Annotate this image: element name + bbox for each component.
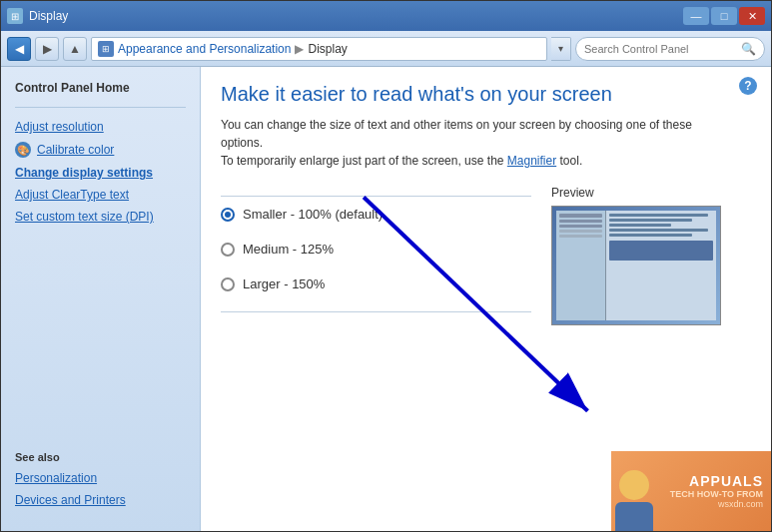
brand-tagline: TECH HOW-TO FROM [670, 489, 763, 499]
help-icon[interactable]: ? [739, 77, 757, 95]
options-preview-area: Smaller - 100% (default) Medium - 125% L… [221, 186, 751, 325]
preview-box [551, 206, 721, 325]
main-area: Control Panel Home Adjust resolution 🎨 C… [1, 67, 771, 531]
watermark: APPUALS TECH HOW-TO FROM wsxdn.com [611, 451, 771, 531]
search-input[interactable] [584, 43, 736, 55]
sidebar-home[interactable]: Control Panel Home [1, 77, 200, 99]
bottom-divider [221, 311, 531, 312]
back-button[interactable]: ◀ [7, 37, 31, 61]
close-button[interactable]: ✕ [739, 7, 765, 25]
sidebar-item-calibrate[interactable]: 🎨 Calibrate color [1, 138, 200, 162]
breadcrumb-current: Display [308, 42, 347, 56]
main-window: ⊞ Display — □ ✕ ◀ ▶ ▲ ⊞ Appearance and P… [0, 0, 772, 532]
title-bar-left: ⊞ Display [7, 8, 68, 24]
preview-sim-line [559, 220, 602, 223]
desc-line2: To temporarily enlarge just part of the … [221, 154, 503, 168]
content-description: You can change the size of text and othe… [221, 116, 720, 170]
preview-block [609, 241, 713, 261]
breadcrumb-root[interactable]: Appearance and Personalization [118, 42, 291, 56]
search-bar: 🔍 [575, 37, 765, 61]
preview-sim-line [559, 225, 602, 228]
title-bar: ⊞ Display — □ ✕ [1, 1, 771, 31]
sidebar-bottom: See also Personalization Devices and Pri… [1, 437, 200, 521]
brand-name: APPUALS [670, 473, 763, 489]
sidebar-item-label-calibrate: Calibrate color [37, 143, 114, 157]
window-title: Display [29, 9, 68, 23]
magnifier-link[interactable]: Magnifier [507, 154, 556, 168]
preview-line [609, 229, 708, 232]
sidebar: Control Panel Home Adjust resolution 🎨 C… [1, 67, 201, 531]
sidebar-devices-label: Devices and Printers [15, 493, 126, 507]
option-medium-label: Medium - 125% [243, 242, 334, 257]
sidebar-devices-printers[interactable]: Devices and Printers [1, 489, 200, 511]
sidebar-item-label-change-display: Change display settings [15, 166, 153, 180]
desc-line1: You can change the size of text and othe… [221, 118, 692, 150]
watermark-text-block: APPUALS TECH HOW-TO FROM wsxdn.com [670, 473, 763, 509]
sidebar-item-label-dpi: Set custom text size (DPI) [15, 210, 154, 224]
preview-label: Preview [551, 186, 751, 200]
sidebar-item-adjust-resolution[interactable]: Adjust resolution [1, 116, 200, 138]
preview-line [609, 234, 692, 237]
up-button[interactable]: ▲ [63, 37, 87, 61]
sidebar-personalization[interactable]: Personalization [1, 467, 200, 489]
option-smaller-label: Smaller - 100% (default) [243, 207, 383, 222]
option-medium[interactable]: Medium - 125% [221, 242, 531, 257]
calibrate-icon: 🎨 [15, 142, 31, 158]
preview-sidebar-sim [556, 211, 606, 320]
option-smaller[interactable]: Smaller - 100% (default) [221, 207, 531, 222]
breadcrumb-icon: ⊞ [98, 41, 114, 57]
preview-line [609, 219, 692, 222]
top-divider [221, 196, 531, 197]
radio-larger[interactable] [221, 277, 235, 291]
content-area: ? Make it easier to read what's on your … [201, 67, 771, 531]
window-icon: ⊞ [7, 8, 23, 24]
address-bar: ◀ ▶ ▲ ⊞ Appearance and Personalization ▶… [1, 31, 771, 67]
maximize-button[interactable]: □ [711, 7, 737, 25]
brand-site: wsxdn.com [670, 499, 763, 509]
search-icon[interactable]: 🔍 [740, 41, 756, 57]
preview-sim-line [559, 214, 602, 218]
minimize-button[interactable]: — [683, 7, 709, 25]
sidebar-item-label: Adjust resolution [15, 120, 104, 134]
option-larger[interactable]: Larger - 150% [221, 276, 531, 291]
forward-button[interactable]: ▶ [35, 37, 59, 61]
page-title: Make it easier to read what's on your sc… [221, 83, 751, 106]
sidebar-personalization-label: Personalization [15, 471, 97, 485]
radio-medium[interactable] [221, 243, 235, 257]
radio-smaller[interactable] [221, 208, 235, 222]
option-larger-label: Larger - 150% [243, 276, 325, 291]
preview-sim-line [559, 230, 602, 233]
window-controls: — □ ✕ [683, 7, 765, 25]
preview-column: Preview [551, 186, 751, 325]
preview-line [609, 214, 708, 217]
see-also-label: See also [1, 437, 200, 467]
breadcrumb-separator: ▶ [295, 42, 304, 56]
desc-line2-end: tool. [560, 154, 583, 168]
preview-line [609, 224, 671, 227]
figure-body [615, 502, 653, 531]
sidebar-item-cleartype[interactable]: Adjust ClearType text [1, 184, 200, 206]
breadcrumb-bar: ⊞ Appearance and Personalization ▶ Displ… [91, 37, 547, 61]
breadcrumb-dropdown-button[interactable]: ▾ [551, 37, 571, 61]
sidebar-divider [15, 107, 186, 108]
sidebar-item-change-display[interactable]: Change display settings [1, 162, 200, 184]
sidebar-item-custom-dpi[interactable]: Set custom text size (DPI) [1, 206, 200, 228]
preview-content-sim [606, 211, 716, 320]
sidebar-item-label-cleartype: Adjust ClearType text [15, 188, 129, 202]
preview-inner [556, 211, 716, 320]
preview-sim-line [559, 235, 602, 238]
options-column: Smaller - 100% (default) Medium - 125% L… [221, 186, 531, 325]
watermark-figure [611, 466, 656, 531]
figure-head [619, 470, 649, 500]
